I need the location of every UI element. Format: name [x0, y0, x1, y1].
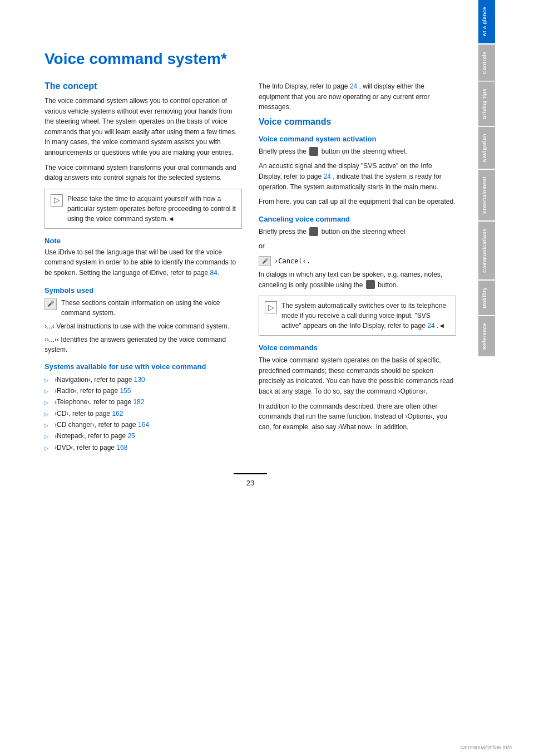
- concept-info-box: ▷ Please take the time to acquaint yours…: [44, 189, 242, 229]
- list-item: ›Telephone‹, refer to page 182: [44, 396, 242, 408]
- list-item: ›DVD‹, refer to page 168: [44, 442, 242, 453]
- info-triangle-icon: ▷: [51, 194, 63, 207]
- concept-heading: The concept: [44, 81, 242, 91]
- radio-page-link[interactable]: 155: [120, 387, 131, 395]
- cd-changer-page-link[interactable]: 164: [138, 421, 149, 429]
- list-item: ›Navigation‹, refer to page 130: [44, 374, 242, 385]
- sidebar-tab-at-a-glance[interactable]: At a glance: [478, 0, 495, 43]
- list-item: ›Radio‹, refer to page 155: [44, 385, 242, 396]
- cancel-btn-inline-icon: [366, 280, 375, 289]
- systems-list: ›Navigation‹, refer to page 130 ›Radio‹,…: [44, 374, 242, 454]
- activation-text-2: An acoustic signal and the display "SVS …: [259, 161, 456, 192]
- sidebar: At a glance Controls Driving tips Naviga…: [478, 0, 495, 756]
- concept-info-text: Please take the time to acquaint yoursel…: [67, 194, 236, 224]
- cancel-info-box: ▷ The system automatically switches over…: [259, 296, 456, 336]
- symbol-item-3: ››...‹‹ Identifies the answers generated…: [44, 335, 242, 355]
- steering-button-icon: [309, 147, 318, 156]
- activation-text-1: Briefly press the button on the steering…: [259, 146, 456, 157]
- sidebar-tab-controls[interactable]: Controls: [478, 45, 495, 81]
- info-display-page-link[interactable]: 24: [350, 82, 357, 90]
- telephone-page-link[interactable]: 182: [133, 398, 144, 406]
- info-box2-page-link[interactable]: 24: [427, 322, 434, 330]
- symbol-item-1: 🎤 These sections contain information on …: [44, 298, 242, 318]
- voice-cmds-heading: Voice commands: [259, 343, 456, 352]
- page-number: 23: [234, 473, 267, 487]
- watermark: carmanualonline.info: [461, 744, 512, 750]
- list-item: ›CD‹, refer to page 162: [44, 408, 242, 419]
- voice-commands-heading: Voice commands: [259, 117, 456, 127]
- note-page-link[interactable]: 84: [210, 269, 217, 277]
- symbols-heading: Symbols used: [44, 286, 242, 294]
- page-title: Voice command system*: [44, 50, 456, 68]
- cancel-text-2: In dialogs in which any text can be spok…: [259, 269, 456, 290]
- concept-text-2: The voice command system transforms your…: [44, 163, 242, 183]
- left-column: The concept The voice command system all…: [44, 81, 242, 456]
- cancel-or: or: [259, 241, 456, 252]
- voice-cmds-text-1: The voice command system operates on the…: [259, 355, 456, 396]
- sidebar-tab-communications[interactable]: Communications: [478, 222, 495, 279]
- symbol-item-2: ›...‹ Verbal instructions to use with th…: [44, 321, 242, 331]
- symbol-text-1: These sections contain information on us…: [61, 298, 242, 318]
- sidebar-tab-mobility[interactable]: Mobility: [478, 281, 495, 315]
- cancel-info-text: The system automatically switches over t…: [281, 301, 450, 331]
- cancel-heading: Canceling voice command: [259, 215, 456, 223]
- sidebar-tab-entertainment[interactable]: Entertainment: [478, 170, 495, 220]
- info-display-text: The Info Display, refer to page 24 , wil…: [259, 81, 456, 112]
- activation-page-link[interactable]: 24: [324, 173, 331, 180]
- list-item: ›CD changer‹, refer to page 164: [44, 419, 242, 430]
- activation-text-3: From here, you can call up all the equip…: [259, 197, 456, 207]
- cancel-button-icon: [309, 227, 318, 236]
- cancel-command-display: 🎤 ›Cancel‹.: [259, 256, 456, 266]
- sidebar-tab-reference[interactable]: Reference: [478, 316, 495, 356]
- two-column-layout: The concept The voice command system all…: [44, 81, 456, 456]
- voice-cmds-text-2: In addition to the commands described, t…: [259, 401, 456, 433]
- cd-page-link[interactable]: 162: [112, 410, 123, 418]
- list-item: ›Notepad‹, refer to page 25: [44, 430, 242, 441]
- page-container: Voice command system* The concept The vo…: [0, 0, 534, 756]
- systems-heading: Systems available for use with voice com…: [44, 362, 242, 371]
- dvd-page-link[interactable]: 168: [116, 444, 127, 451]
- sidebar-tab-driving-tips[interactable]: Driving tips: [478, 82, 495, 126]
- main-content: Voice command system* The concept The vo…: [0, 0, 478, 756]
- notepad-page-link[interactable]: 25: [127, 432, 135, 440]
- symbol-voice-icon: 🎤: [44, 298, 57, 310]
- cancel-cmd-text: ›Cancel‹.: [274, 257, 310, 265]
- activation-heading: Voice command system activation: [259, 135, 456, 143]
- symbol-text-2: ›...‹ Verbal instructions to use with th…: [44, 321, 229, 331]
- cancel-text-1: Briefly press the button on the steering…: [259, 227, 456, 237]
- sidebar-tab-navigation[interactable]: Navigation: [478, 127, 495, 169]
- right-column: The Info Display, refer to page 24 , wil…: [259, 81, 456, 456]
- concept-text-1: The voice command system allows you to c…: [44, 96, 242, 158]
- nav-page-link[interactable]: 130: [134, 376, 145, 384]
- symbol-text-3: ››...‹‹ Identifies the answers generated…: [44, 335, 242, 355]
- note-text: Use iDrive to set the language that will…: [44, 247, 242, 278]
- cancel-voice-icon: 🎤: [259, 256, 271, 266]
- info-triangle-icon-2: ▷: [265, 301, 277, 313]
- note-heading: Note: [44, 237, 242, 245]
